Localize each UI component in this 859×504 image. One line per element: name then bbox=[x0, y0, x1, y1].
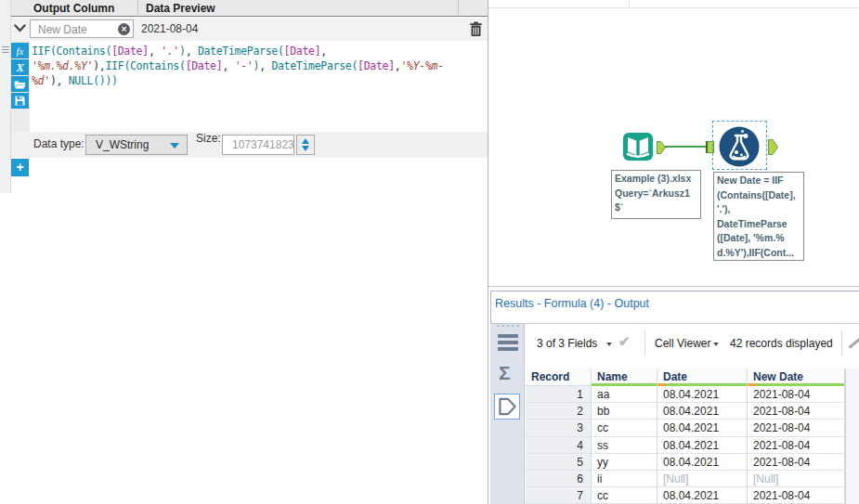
clear-icon[interactable]: ✕ bbox=[118, 23, 130, 35]
strip-grip-icon[interactable]: ····· bbox=[497, 321, 522, 331]
formula-token: ())) bbox=[93, 74, 118, 87]
formula-tool-icon[interactable] bbox=[719, 126, 760, 167]
grid-column-header[interactable]: Name bbox=[592, 368, 657, 386]
annotation-line: Example (3).xlsx bbox=[615, 172, 697, 187]
table-row: 5yy08.04.20212021-08-04 bbox=[526, 454, 845, 471]
output-anchor-icon[interactable] bbox=[768, 139, 778, 155]
formula-token: IIF bbox=[106, 59, 124, 72]
data-type-select[interactable]: V_WString bbox=[85, 135, 188, 155]
data-preview-value: 2021-08-04 bbox=[141, 22, 198, 35]
formula-token: , bbox=[186, 45, 198, 58]
annotation-line: ([Date], '%m.% bbox=[717, 231, 800, 246]
data-cell[interactable]: 08.04.2021 bbox=[657, 420, 748, 436]
spinner-up-icon[interactable] bbox=[302, 138, 309, 144]
formula-token: '%Y-%m- bbox=[400, 59, 443, 72]
data-cell[interactable]: aa bbox=[592, 386, 657, 403]
formula-token: ( bbox=[124, 59, 130, 72]
data-cell[interactable]: 2021-08-04 bbox=[748, 454, 845, 471]
open-folder-icon[interactable] bbox=[11, 76, 29, 92]
record-number-cell[interactable]: 4 bbox=[526, 437, 592, 454]
save-icon[interactable] bbox=[11, 93, 29, 109]
metadata-view-icon[interactable] bbox=[498, 334, 518, 354]
data-cell[interactable]: 2021-08-04 bbox=[748, 487, 845, 504]
formula-token: [Date] bbox=[186, 59, 223, 72]
formula-token: ( bbox=[179, 59, 186, 72]
formula-token: '.' bbox=[161, 45, 179, 58]
data-quality-bar bbox=[526, 385, 591, 386]
data-cell[interactable]: 08.04.2021 bbox=[657, 454, 748, 471]
data-preview-header: Data Preview bbox=[146, 2, 215, 15]
data-cell[interactable]: 2021-08-04 bbox=[748, 437, 845, 454]
results-grid[interactable]: RecordNameDateNew Date 1aa08.04.20212021… bbox=[526, 368, 845, 504]
header-divider bbox=[137, 0, 138, 17]
grid-column-header[interactable]: Record bbox=[526, 368, 592, 386]
annotation-line: (Contains([Date], bbox=[717, 188, 800, 203]
data-cell[interactable]: bb bbox=[592, 403, 657, 420]
data-cell[interactable]: 2021-08-04 bbox=[748, 403, 845, 420]
connection-line[interactable] bbox=[665, 146, 708, 148]
data-type-value: V_WString bbox=[96, 138, 149, 151]
formula-token: %d' bbox=[32, 74, 50, 87]
record-number-cell[interactable]: 7 bbox=[526, 487, 592, 504]
input-data-tool-icon[interactable] bbox=[622, 131, 654, 162]
expression-list-header: Output Column Data Preview bbox=[11, 0, 488, 17]
data-cell[interactable]: 2021-08-04 bbox=[748, 386, 845, 403]
data-cell[interactable]: ii bbox=[592, 471, 657, 487]
toolbar-clipped-icon[interactable] bbox=[850, 336, 859, 351]
sigma-profile-icon[interactable]: Σ bbox=[499, 362, 511, 384]
functions-fx-icon[interactable]: fx bbox=[11, 43, 29, 58]
record-number-cell[interactable]: 2 bbox=[526, 403, 592, 420]
record-number-cell[interactable]: 6 bbox=[526, 471, 592, 487]
output-column-input[interactable]: New Date ✕ bbox=[30, 19, 134, 38]
output-anchor-icon[interactable] bbox=[657, 141, 666, 154]
formula-tool-annotation[interactable]: New Date = IIF(Contains([Date],'.'),Date… bbox=[713, 172, 804, 261]
data-cell[interactable]: 08.04.2021 bbox=[657, 386, 748, 403]
input-tool-annotation[interactable]: Example (3).xlsxQuery=`Arkusz1$` bbox=[611, 170, 701, 219]
fields-dropdown[interactable]: 3 of 3 Fields bbox=[537, 337, 597, 350]
data-cell[interactable]: 08.04.2021 bbox=[657, 487, 748, 504]
delete-expression-icon[interactable] bbox=[469, 21, 483, 37]
formula-token: , bbox=[259, 59, 271, 72]
formula-token: , bbox=[320, 45, 327, 58]
data-cell[interactable]: yy bbox=[592, 454, 657, 471]
output-column-value: New Date bbox=[38, 23, 87, 36]
data-cell[interactable]: 2021-08-04 bbox=[748, 420, 845, 436]
annotation-line: d.%Y'),IIF(Cont... bbox=[717, 246, 800, 261]
anchor-pentagon-icon bbox=[495, 394, 519, 419]
cell-viewer-dropdown[interactable]: Cell Viewer bbox=[655, 337, 710, 350]
data-cell[interactable]: [Null] bbox=[748, 471, 845, 487]
size-value: 1073741823 bbox=[232, 138, 294, 151]
data-cell[interactable]: ss bbox=[592, 437, 657, 454]
formula-token: [Date] bbox=[358, 59, 395, 72]
data-cell[interactable]: cc bbox=[592, 420, 657, 436]
formula-token: DateTimeParse bbox=[198, 45, 278, 58]
record-number-cell[interactable]: 3 bbox=[526, 420, 592, 436]
panel-grip-strip[interactable] bbox=[0, 0, 11, 193]
output-anchor-view-button[interactable] bbox=[494, 394, 520, 420]
data-cell[interactable]: 08.04.2021 bbox=[657, 403, 748, 420]
canvas-top-divider bbox=[488, 7, 859, 8]
data-cell[interactable]: cc bbox=[592, 487, 657, 504]
grid-column-header[interactable]: New Date bbox=[748, 368, 845, 386]
grid-right-filler bbox=[845, 368, 859, 504]
spinner-down-icon[interactable] bbox=[302, 146, 309, 151]
variables-x-icon[interactable]: X bbox=[11, 59, 29, 75]
record-number-cell[interactable]: 5 bbox=[526, 454, 592, 471]
data-cell[interactable]: [Null] bbox=[657, 471, 748, 487]
output-column-header: Output Column bbox=[33, 2, 114, 15]
chevron-down-icon[interactable] bbox=[14, 24, 26, 32]
formula-token: ( bbox=[278, 45, 284, 58]
record-number-cell[interactable]: 1 bbox=[526, 386, 592, 403]
results-panel-title: Results - Formula (4) - Output bbox=[495, 297, 649, 310]
grid-column-header[interactable]: Date bbox=[657, 368, 748, 386]
grip-handle-icon[interactable] bbox=[2, 46, 9, 55]
add-expression-button[interactable]: + bbox=[11, 159, 29, 176]
fields-caret-icon[interactable] bbox=[606, 342, 612, 346]
canvas-top-tick bbox=[629, 0, 630, 7]
formula-expression-code[interactable]: IIF(Contains([Date], '.'), DateTimeParse… bbox=[32, 44, 483, 88]
data-cell[interactable]: 08.04.2021 bbox=[657, 437, 748, 454]
size-input[interactable]: 1073741823 bbox=[222, 135, 294, 155]
cell-viewer-caret-icon[interactable] bbox=[713, 342, 719, 346]
size-spinner[interactable] bbox=[296, 135, 315, 155]
apply-check-icon[interactable]: ✔ bbox=[618, 333, 631, 350]
